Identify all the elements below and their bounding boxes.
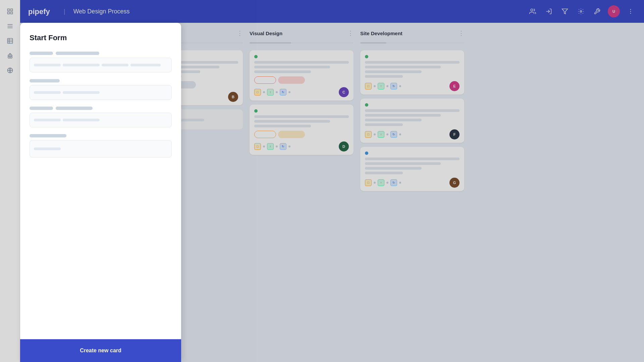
input-placeholder [63,91,100,94]
form-input-2[interactable] [30,85,172,100]
modal-title: Start Form [30,34,172,42]
input-placeholder [34,147,61,150]
field-label-bar [56,107,93,110]
input-placeholder [102,64,128,66]
input-placeholder [130,64,161,66]
form-field-4 [30,134,172,158]
form-field-3 [30,107,172,127]
input-placeholder [63,64,100,66]
field-label-1 [30,52,172,55]
modal-body: Start Form [20,23,181,339]
create-new-card-button[interactable]: Create new card [20,339,181,362]
form-input-4[interactable] [30,140,172,158]
field-label-4 [30,134,172,137]
input-placeholder [34,64,61,66]
input-placeholder [34,119,61,121]
field-label-bar [30,107,53,110]
field-label-bar [30,52,53,55]
create-new-card-label: Create new card [80,348,121,354]
form-input-3[interactable] [30,113,172,127]
field-label-bar [30,134,66,137]
form-field-2 [30,79,172,100]
field-label-bar [30,79,60,82]
start-form-modal: Start Form [20,23,181,362]
field-label-3 [30,107,172,110]
field-label-bar [56,52,99,55]
input-placeholder [63,119,100,121]
field-label-2 [30,79,172,82]
form-field-1 [30,52,172,72]
input-placeholder [34,91,61,94]
form-input-1[interactable] [30,58,172,72]
